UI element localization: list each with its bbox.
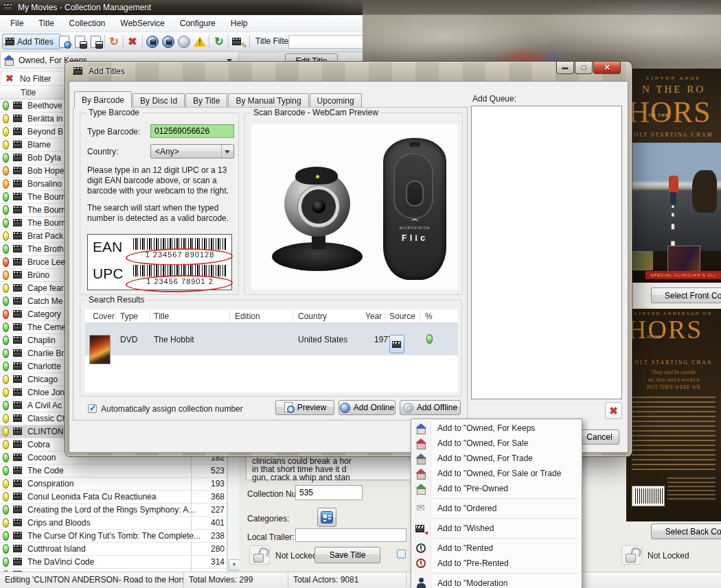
menu-item-label: Add to "Pre-Rented <box>437 558 509 568</box>
lock-button[interactable] <box>249 545 270 565</box>
refresh-title-icon[interactable]: ↻ <box>106 34 122 49</box>
status-pill-icon <box>3 322 9 332</box>
context-menu-item[interactable] <box>411 536 582 541</box>
status-pill-icon <box>3 557 9 567</box>
menu-item[interactable]: Configure <box>172 16 223 31</box>
edit-clapper-icon[interactable]: ✎ <box>231 34 246 49</box>
table-row[interactable]: DVD The Hobbit United States 1977 <box>85 323 458 355</box>
menu-item[interactable]: Collection <box>62 16 113 31</box>
context-menu-item[interactable] <box>411 571 582 576</box>
list-item-title: Beyond B <box>27 127 63 137</box>
clapperboard-icon <box>13 206 22 213</box>
add-titles-button[interactable]: + Add Titles <box>2 34 61 49</box>
add-offline-button[interactable]: Add Offline <box>400 400 461 415</box>
dialog-tab[interactable]: By Barcode <box>74 91 132 108</box>
update-disc-icon[interactable] <box>176 34 192 49</box>
status-pill-icon <box>3 218 9 228</box>
barcode-scanner-image: MICROVISION Flic <box>383 138 446 280</box>
context-menu-item[interactable]: Add to "Ordered <box>411 501 582 516</box>
page-clapper2-icon[interactable] <box>89 34 104 49</box>
synchronize-icon[interactable]: ↻ <box>211 34 227 49</box>
context-menu-item[interactable] <box>411 516 582 521</box>
title-filter-input[interactable] <box>288 35 367 49</box>
context-menu-item[interactable]: Add to "Owned, For Sale or Trade <box>411 466 582 481</box>
dialog-tab[interactable]: By Manual Typing <box>228 93 308 108</box>
list-item[interactable]: Conul Leonida Fata Cu Reactiunea 368 <box>0 491 227 504</box>
select-back-cover-button[interactable]: Select Back Cover <box>651 524 721 539</box>
clapperboard-icon <box>13 271 22 279</box>
local-trailer-input[interactable] <box>295 528 407 542</box>
barcode-input[interactable] <box>150 124 234 138</box>
cover-lock-button[interactable] <box>621 545 642 565</box>
save-title-button[interactable]: Save Title <box>314 547 380 563</box>
remove-from-queue-button[interactable]: ✖ <box>605 402 622 419</box>
clapperboard-icon <box>13 362 22 370</box>
house-icon <box>3 54 15 66</box>
context-menu-item[interactable]: Add to "Pre-Rented <box>411 556 582 571</box>
dialog-tab[interactable]: Upcoming <box>310 93 362 108</box>
country-label: Country: <box>87 147 118 156</box>
page-clapper-icon[interactable] <box>73 34 88 49</box>
barcode-label: Type Barcode: <box>87 127 140 137</box>
list-item[interactable]: The Code 523 <box>0 464 227 478</box>
delete-title-icon[interactable]: ✖ <box>125 34 140 49</box>
clapperboard-icon <box>13 349 22 357</box>
dialog-tab[interactable]: By Disc Id <box>133 93 185 108</box>
dialog-tab[interactable]: By Title <box>185 93 227 108</box>
select-front-cover-button[interactable]: Select Front Cover <box>651 287 721 303</box>
update-person-icon[interactable] <box>161 34 176 49</box>
maximize-button[interactable]: ▢ <box>575 62 593 74</box>
menu-item[interactable]: File <box>3 16 31 31</box>
country-select[interactable]: <Any> <box>150 144 234 158</box>
toolbar-separator <box>209 35 209 48</box>
context-menu-item[interactable]: Add to "Moderation <box>411 576 582 588</box>
context-menu-item[interactable]: Add to "Rented <box>411 541 582 556</box>
menu-item[interactable]: Title <box>31 16 61 31</box>
house-red-icon <box>415 438 427 449</box>
list-item[interactable]: Conspiration 193 <box>0 478 227 491</box>
unchecked-checkbox[interactable] <box>397 550 406 558</box>
dialog-body: By BarcodeBy Disc IdBy TitleBy Manual Ty… <box>69 81 628 453</box>
status-pill-icon <box>3 166 9 176</box>
menu-item[interactable]: WebService <box>113 16 172 31</box>
menu-item[interactable]: Help <box>223 16 255 31</box>
context-menu-item[interactable]: Add to "Owned, For Trade <box>411 451 582 466</box>
list-item[interactable]: Crips and Bloods 401 <box>0 517 227 530</box>
preview-button[interactable]: Preview <box>275 400 334 415</box>
list-item-title: Creating the Lord of the Rings Symphony:… <box>27 505 195 515</box>
list-item-title: Chloe Jon <box>27 388 65 397</box>
list-item-title: Cutthroat Island <box>27 544 86 554</box>
categories-button[interactable] <box>317 508 336 527</box>
warning-icon[interactable]: ! <box>192 34 207 49</box>
list-item[interactable]: The Curse Of King Tut's Tomb: The Comple… <box>0 530 227 543</box>
context-menu-item[interactable] <box>411 496 582 501</box>
status-pill-icon <box>3 453 9 462</box>
minimize-button[interactable]: ▬ <box>556 62 574 74</box>
table-header[interactable]: Cover Type Title Edition Country Year So… <box>85 309 458 323</box>
list-item[interactable]: Creating the Lord of the Rings Symphony:… <box>0 504 227 517</box>
clock-icon <box>415 543 427 554</box>
scroll-down-icon[interactable]: ▼ <box>229 559 240 571</box>
add-online-button[interactable]: Add Online <box>339 400 396 415</box>
cancel-button[interactable]: Cancel <box>580 430 619 445</box>
auto-assign-checkbox[interactable] <box>88 404 97 413</box>
status-pill-icon <box>3 427 9 436</box>
context-menu-item[interactable]: Add to "Owned, For Sale <box>411 436 582 451</box>
context-menu-item[interactable]: Add to "Owned, For Keeps <box>411 421 582 436</box>
list-item[interactable]: Cutthroat Island 280 <box>0 543 227 556</box>
list-item-number: 280 <box>192 544 225 554</box>
close-button[interactable]: ✕ <box>593 62 621 74</box>
add-queue-list[interactable] <box>471 106 622 399</box>
list-item[interactable]: The DaVinci Code 314 <box>0 556 227 569</box>
status-bar: Editing 'CLINTON ANDERSON- Road to the H… <box>0 572 721 588</box>
status-pill-icon <box>3 283 9 293</box>
front-cover-image: LINTON ANDE N THE RO HORS TO THE OLT STA… <box>626 67 721 283</box>
list-item-title: Bruce Lee <box>27 257 65 267</box>
clear-filter-icon: ✖ <box>5 73 14 84</box>
update-clapper-icon[interactable] <box>145 34 160 49</box>
context-menu-item[interactable]: Add to "Wished <box>411 521 582 536</box>
status-pill-icon <box>3 309 9 319</box>
context-menu-item[interactable]: Add to "Pre-Owned <box>411 481 582 496</box>
page-web-icon[interactable] <box>57 34 72 49</box>
collection-number-input[interactable] <box>295 485 363 500</box>
